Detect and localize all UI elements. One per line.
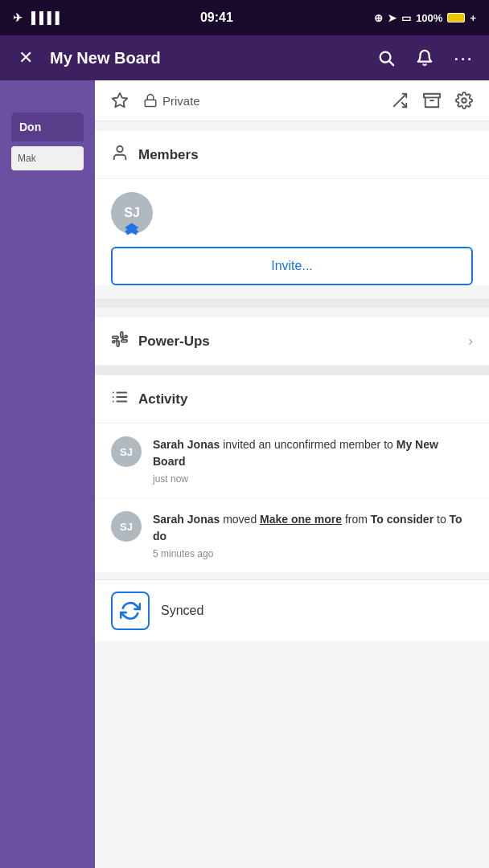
activity-avatar-1: SJ <box>111 436 142 467</box>
activity-header: Activity <box>95 375 489 424</box>
powerups-title: Power-Ups <box>138 334 210 350</box>
private-text: Private <box>162 94 200 108</box>
airplane-icon: ✈ <box>13 11 23 24</box>
star-icon <box>111 92 129 109</box>
status-right: ⊕ ➤ ▭ 100% + <box>374 12 476 24</box>
notification-button[interactable] <box>410 43 439 72</box>
activity-actor-1: Sarah Jonas <box>153 438 220 451</box>
activity-time-2: 5 minutes ago <box>153 548 473 559</box>
location-icon: ⊕ <box>374 12 383 24</box>
member-initials: SJ <box>124 206 140 220</box>
divider-1 <box>95 298 489 308</box>
activity-text-2: Sarah Jonas moved Make one more from To … <box>153 511 473 545</box>
svg-marker-2 <box>113 93 127 107</box>
activity-moved: moved <box>223 513 260 526</box>
sync-button[interactable] <box>111 592 150 630</box>
members-area: SJ <box>95 179 489 247</box>
settings-button[interactable] <box>455 92 473 109</box>
activity-actor-2: Sarah Jonas <box>153 513 220 526</box>
star-button[interactable] <box>111 92 129 109</box>
sync-icon <box>120 600 141 621</box>
member-avatar-sj[interactable]: SJ <box>111 192 153 234</box>
lock-icon <box>143 93 158 108</box>
activity-text-1: Sarah Jonas invited an unconfirmed membe… <box>153 436 473 470</box>
activity-section: Activity SJ Sarah Jonas invited an uncon… <box>95 375 489 573</box>
signal-icon: ▐▐▐▐ <box>27 11 60 24</box>
admin-badge <box>124 222 140 237</box>
avatar-initials-1: SJ <box>120 446 133 458</box>
svg-rect-3 <box>145 100 156 106</box>
panel-toolbar: Private <box>95 80 489 121</box>
activity-avatar-2: SJ <box>111 511 142 542</box>
activity-time-1: just now <box>153 473 473 485</box>
archive-button[interactable] <box>423 92 441 109</box>
members-icon <box>111 144 129 166</box>
status-left: ✈ ▐▐▐▐ <box>13 11 60 24</box>
nav-bar: ✕ My New Board ··· <box>0 35 489 80</box>
search-button[interactable] <box>372 43 401 72</box>
board-column-peek: Don Mak <box>11 113 84 170</box>
status-bar: ✈ ▐▐▐▐ 09:41 ⊕ ➤ ▭ 100% + <box>0 0 489 35</box>
activity-content-2: Sarah Jonas moved Make one more from To … <box>153 511 473 559</box>
archive-icon <box>423 92 441 109</box>
activity-item-2: SJ Sarah Jonas moved Make one more from … <box>95 498 489 573</box>
svg-rect-6 <box>424 94 440 98</box>
activity-from: from <box>345 513 371 526</box>
activity-title: Activity <box>138 391 187 407</box>
activity-item-1: SJ Sarah Jonas invited an unconfirmed me… <box>95 424 489 498</box>
column-header: Don <box>11 113 84 141</box>
powerups-header[interactable]: Power-Ups › <box>95 317 489 366</box>
members-section: Members SJ Invite... <box>95 131 489 285</box>
gear-icon <box>455 92 473 109</box>
battery-icon <box>447 13 465 23</box>
avatar-initials-2: SJ <box>120 521 133 533</box>
activity-content-1: Sarah Jonas invited an unconfirmed membe… <box>153 436 473 485</box>
members-section-header: Members <box>95 131 489 179</box>
bell-icon <box>416 49 434 67</box>
activity-icon <box>111 388 129 410</box>
powerups-arrow: › <box>468 333 473 350</box>
svg-line-1 <box>389 61 393 65</box>
toolbar-left-icons: Private <box>111 92 200 109</box>
sync-bar: Synced <box>95 579 489 641</box>
toolbar-right-icons <box>391 92 473 109</box>
charging-icon: + <box>470 12 476 24</box>
side-panel: Private <box>95 80 489 868</box>
more-icon: ··· <box>454 46 474 71</box>
powerups-icon <box>111 330 129 352</box>
status-time: 09:41 <box>200 10 233 25</box>
svg-point-8 <box>462 98 466 103</box>
powerups-section[interactable]: Power-Ups › <box>95 317 489 366</box>
share-icon <box>391 92 409 109</box>
board-title: My New Board <box>50 49 362 68</box>
divider-2 <box>95 366 489 375</box>
close-icon: ✕ <box>18 47 33 68</box>
share-button[interactable] <box>391 92 409 109</box>
sync-label: Synced <box>161 604 203 618</box>
close-button[interactable]: ✕ <box>11 43 40 72</box>
svg-point-9 <box>117 146 122 152</box>
activity-from-list: To consider <box>371 513 434 526</box>
board-background <box>0 80 92 868</box>
members-title: Members <box>138 147 199 163</box>
screen-icon: ▭ <box>401 12 411 24</box>
battery-label: 100% <box>416 12 442 24</box>
activity-to: to <box>437 513 450 526</box>
activity-action-1: invited an unconfirmed member to <box>223 438 397 451</box>
private-label: Private <box>143 93 200 108</box>
search-icon <box>377 49 395 67</box>
activity-card-name: Make one more <box>260 513 342 526</box>
invite-button[interactable]: Invite... <box>111 247 473 285</box>
column-card: Mak <box>11 146 84 170</box>
direction-icon: ➤ <box>388 12 397 24</box>
more-button[interactable]: ··· <box>449 43 478 72</box>
